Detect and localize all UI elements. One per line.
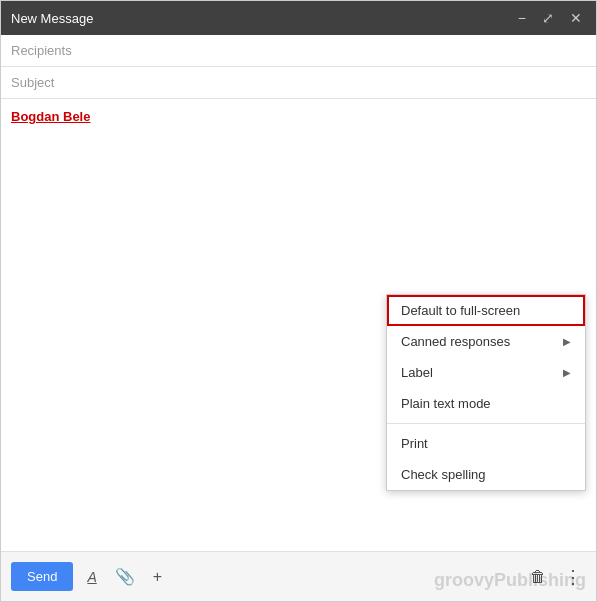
menu-item-plain-text-label: Plain text mode [401, 396, 491, 411]
menu-item-print-label: Print [401, 436, 428, 451]
window-controls: − ⤢ ✕ [514, 9, 586, 27]
body-text: Bogdan Bele [11, 109, 90, 124]
menu-item-plain-text[interactable]: Plain text mode [387, 388, 585, 419]
toolbar: Send A 📎 + 🗑 ⋮ groovyPublishing [1, 551, 596, 601]
minimize-button[interactable]: − [514, 9, 530, 27]
menu-item-full-screen-label: Default to full-screen [401, 303, 520, 318]
close-button[interactable]: ✕ [566, 9, 586, 27]
compose-body[interactable]: Bogdan Bele Default to full-screen Canne… [1, 99, 596, 551]
menu-item-check-spelling-label: Check spelling [401, 467, 486, 482]
menu-item-print[interactable]: Print [387, 428, 585, 459]
canned-responses-arrow-icon: ▶ [563, 336, 571, 347]
menu-item-canned-responses[interactable]: Canned responses ▶ [387, 326, 585, 357]
label-arrow-icon: ▶ [563, 367, 571, 378]
title-bar: New Message − ⤢ ✕ [1, 1, 596, 35]
recipients-input[interactable] [11, 43, 586, 58]
send-button[interactable]: Send [11, 562, 73, 591]
compose-window: New Message − ⤢ ✕ Bogdan Bele Default to… [0, 0, 597, 602]
dropdown-menu: Default to full-screen Canned responses … [386, 294, 586, 491]
delete-icon[interactable]: 🗑 [526, 564, 550, 590]
subject-input[interactable] [11, 75, 586, 90]
menu-item-check-spelling[interactable]: Check spelling [387, 459, 585, 490]
more-icon[interactable]: ⋮ [560, 562, 586, 592]
menu-item-full-screen[interactable]: Default to full-screen [387, 295, 585, 326]
menu-item-canned-responses-label: Canned responses [401, 334, 510, 349]
format-icon[interactable]: A [83, 565, 100, 589]
subject-row [1, 67, 596, 99]
menu-item-label-label: Label [401, 365, 433, 380]
recipients-row [1, 35, 596, 67]
more-options-icon[interactable]: + [149, 564, 166, 590]
expand-button[interactable]: ⤢ [538, 9, 558, 27]
attach-icon[interactable]: 📎 [111, 563, 139, 590]
menu-divider [387, 423, 585, 424]
menu-item-label[interactable]: Label ▶ [387, 357, 585, 388]
window-title: New Message [11, 11, 93, 26]
